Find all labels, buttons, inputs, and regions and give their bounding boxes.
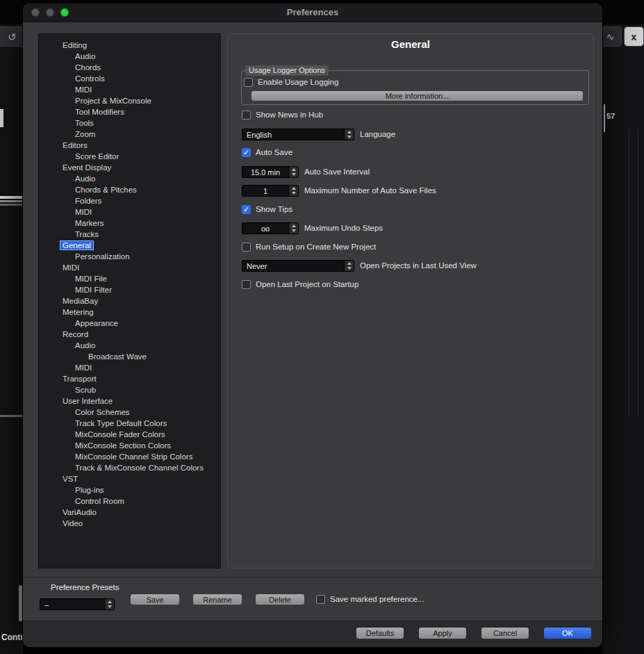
preferences-window: Preferences Editing Audio Chords Control… <box>23 3 602 646</box>
run-setup-label: Run Setup on Create New Project <box>256 243 376 252</box>
sidebar-item-editing-audio[interactable]: Audio <box>39 51 220 62</box>
preset-value: – <box>40 599 104 610</box>
sidebar-item-transport[interactable]: Transport <box>39 373 220 384</box>
enable-usage-logging-label: Enable Usage Logging <box>258 78 338 87</box>
open-last-project-checkbox[interactable] <box>242 280 251 289</box>
auto-save-checkbox[interactable] <box>242 148 251 157</box>
sidebar-item-editing[interactable]: Editing <box>39 40 220 51</box>
sidebar-item-midi-file[interactable]: MIDI File <box>39 273 220 284</box>
sidebar-item-personalization[interactable]: Personalization <box>39 251 220 262</box>
auto-save-interval-spinner[interactable]: 15.0 min <box>242 166 299 178</box>
rename-preset-button[interactable]: Rename <box>193 594 242 605</box>
ok-button[interactable]: OK <box>544 628 591 639</box>
cancel-button[interactable]: Cancel <box>481 628 529 639</box>
sidebar-item-track-mixconsole-channel-colors[interactable]: Track & MixConsole Channel Colors <box>39 462 220 473</box>
open-projects-view-arrows-icon[interactable] <box>344 261 354 271</box>
sidebar-item-tracks[interactable]: Tracks <box>39 229 220 240</box>
language-select[interactable]: English <box>242 129 354 140</box>
sidebar-item-chords-pitches[interactable]: Chords & Pitches <box>39 184 220 195</box>
open-projects-view-value: Never <box>242 261 344 271</box>
background-scrollbar[interactable] <box>19 585 22 621</box>
preferences-tree: Editing Audio Chords Controls MIDI Proje… <box>38 33 221 569</box>
sidebar-item-project-mixconsole[interactable]: Project & MixConsole <box>39 95 220 106</box>
sidebar-item-editors[interactable]: Editors <box>39 140 220 151</box>
sidebar-item-midi[interactable]: MIDI <box>39 262 220 273</box>
sidebar-item-markers[interactable]: Markers <box>39 218 220 229</box>
undo-tool-button[interactable]: ↺ <box>0 26 24 47</box>
sidebar-item-video[interactable]: Video <box>39 518 220 529</box>
max-undo-steps-spinner[interactable]: oo <box>242 222 299 234</box>
show-tips-checkbox[interactable] <box>242 205 251 214</box>
sidebar-item-mixconsole-channel-strip-colors[interactable]: MixConsole Channel Strip Colors <box>39 451 220 462</box>
undo-icon: ↺ <box>8 31 16 42</box>
sidebar-item-tool-modifiers[interactable]: Tool Modifiers <box>39 106 220 117</box>
auto-save-interval-arrows-icon[interactable] <box>288 167 298 177</box>
usage-logger-group: Usage Logger Options Enable Usage Loggin… <box>241 70 589 105</box>
enable-usage-logging-checkbox[interactable] <box>244 78 253 87</box>
open-projects-view-label: Open Projects in Last Used View <box>360 260 477 272</box>
x-tool-button[interactable]: x <box>624 26 644 47</box>
sidebar-item-mixconsole-section-colors[interactable]: MixConsole Section Colors <box>39 440 220 451</box>
sidebar-item-event-display-audio[interactable]: Audio <box>39 173 220 184</box>
sidebar-item-track-type-default-colors[interactable]: Track Type Default Colors <box>39 418 220 429</box>
sidebar-item-control-room[interactable]: Control Room <box>39 496 220 507</box>
run-setup-checkbox[interactable] <box>242 243 251 252</box>
sidebar-item-event-display[interactable]: Event Display <box>39 162 220 173</box>
window-title: Preferences <box>23 3 602 22</box>
sidebar-item-record-midi[interactable]: MIDI <box>39 362 220 373</box>
sidebar-item-score-editor[interactable]: Score Editor <box>39 151 220 162</box>
background-partial-label: Contr <box>1 632 24 642</box>
open-last-project-label: Open Last Project on Startup <box>256 280 358 289</box>
language-value: English <box>242 129 344 140</box>
save-marked-checkbox[interactable] <box>316 595 325 604</box>
sidebar-item-event-display-midi[interactable]: MIDI <box>39 206 220 218</box>
sidebar-item-broadcast-wave[interactable]: Broadcast Wave <box>39 351 220 362</box>
sidebar-item-record[interactable]: Record <box>39 329 220 340</box>
show-tips-label: Show Tips <box>256 205 292 214</box>
ruler-bar-number: 57 <box>606 112 615 120</box>
apply-button[interactable]: Apply <box>419 628 466 639</box>
sidebar-item-appearance[interactable]: Appearance <box>39 318 220 329</box>
max-auto-save-files-spinner[interactable]: 1 <box>242 185 299 197</box>
save-preset-button[interactable]: Save <box>131 594 179 605</box>
max-undo-steps-arrows-icon[interactable] <box>288 223 298 234</box>
more-information-button[interactable]: More information... <box>251 91 583 101</box>
language-select-arrows-icon[interactable] <box>344 129 354 140</box>
sidebar-item-controls[interactable]: Controls <box>39 73 220 84</box>
preset-select[interactable]: – <box>40 598 115 610</box>
sidebar-item-midi-filter[interactable]: MIDI Filter <box>39 284 220 295</box>
max-auto-save-files-arrows-icon[interactable] <box>288 186 298 196</box>
automation-curve-icon: ∿ <box>606 31 615 42</box>
sidebar-item-record-audio[interactable]: Audio <box>39 340 220 351</box>
sidebar-item-mediabay[interactable]: MediaBay <box>39 295 220 306</box>
sidebar-item-plug-ins[interactable]: Plug-ins <box>39 484 220 496</box>
x-tool-icon: x <box>631 31 637 42</box>
sidebar-item-vst[interactable]: VST <box>39 473 220 484</box>
sidebar-item-variaudio[interactable]: VariAudio <box>39 507 220 518</box>
sidebar-item-metering[interactable]: Metering <box>39 306 220 318</box>
sidebar-item-user-interface[interactable]: User Interface <box>39 395 220 407</box>
show-news-label: Show News in Hub <box>256 111 323 120</box>
auto-save-interval-value: 15.0 min <box>242 167 288 177</box>
delete-preset-button[interactable]: Delete <box>256 594 304 605</box>
window-titlebar[interactable]: Preferences <box>23 3 602 22</box>
show-news-checkbox[interactable] <box>242 111 251 120</box>
sidebar-item-color-schemes[interactable]: Color Schemes <box>39 407 220 418</box>
preset-select-arrows-icon[interactable] <box>104 599 114 610</box>
sidebar-item-tools[interactable]: Tools <box>39 117 220 129</box>
sidebar-item-chords[interactable]: Chords <box>39 62 220 73</box>
sidebar-item-editing-midi[interactable]: MIDI <box>39 84 220 95</box>
max-undo-steps-label: Maximum Undo Steps <box>304 222 383 234</box>
dialog-body: Editing Audio Chords Controls MIDI Proje… <box>23 22 602 646</box>
page-title: General <box>228 38 593 50</box>
background-marker-block <box>0 109 3 127</box>
sidebar-item-zoom[interactable]: Zoom <box>39 129 220 140</box>
sidebar-item-scrub[interactable]: Scrub <box>39 384 220 395</box>
sidebar-item-folders[interactable]: Folders <box>39 195 220 206</box>
max-auto-save-files-value: 1 <box>242 186 288 196</box>
sidebar-item-general[interactable]: General <box>39 240 220 251</box>
defaults-button[interactable]: Defaults <box>356 628 404 639</box>
background-grid-line <box>629 129 629 417</box>
open-projects-view-select[interactable]: Never <box>242 260 354 272</box>
sidebar-item-mixconsole-fader-colors[interactable]: MixConsole Fader Colors <box>39 429 220 440</box>
